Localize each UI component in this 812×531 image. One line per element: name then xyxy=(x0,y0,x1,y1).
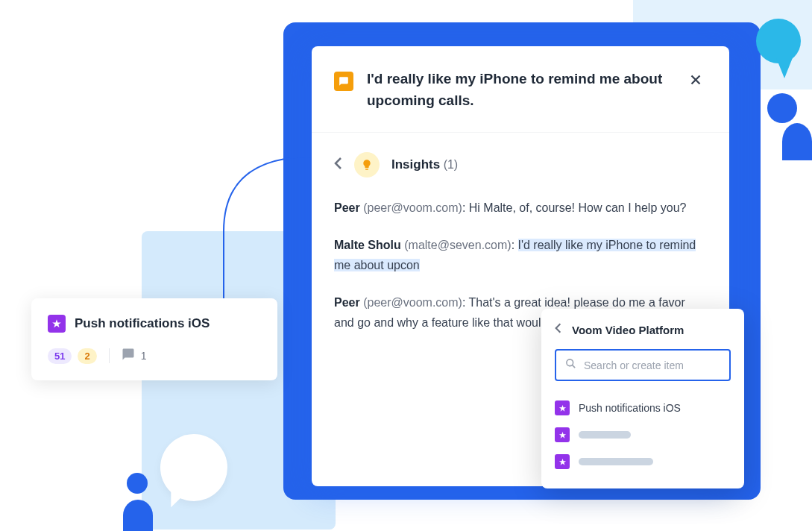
person-decoration-head-2 xyxy=(127,473,148,494)
search-box[interactable] xyxy=(555,349,731,381)
stat-badge: 51 xyxy=(48,348,72,364)
feature-card[interactable]: Push notifications iOS 51 2 1 xyxy=(31,298,277,380)
dropdown-back-button[interactable] xyxy=(555,322,561,337)
insights-label: Insights xyxy=(391,157,440,172)
lightbulb-icon xyxy=(354,152,380,177)
feature-title: Push notifications iOS xyxy=(75,316,210,331)
feature-card-header: Push notifications iOS xyxy=(48,315,261,333)
divider xyxy=(109,348,110,363)
comment-count: 1 xyxy=(141,350,147,362)
comment-icon xyxy=(122,348,135,364)
dropdown-item-label: Push notifications iOS xyxy=(579,402,681,414)
star-icon xyxy=(555,454,570,469)
insights-row: Insights (1) xyxy=(334,152,707,177)
speech-bubble-decoration xyxy=(160,434,227,501)
star-icon xyxy=(555,427,570,442)
svg-point-0 xyxy=(567,359,573,366)
star-icon xyxy=(48,315,66,333)
dropdown-title: Voom Video Platform xyxy=(572,324,684,336)
message: Malte Sholu (malte@seven.com): I'd reall… xyxy=(334,236,707,275)
dropdown-item[interactable]: Push notifications iOS xyxy=(555,395,731,421)
insight-modal: I'd really like my iPhone to remind me a… xyxy=(312,46,729,486)
message-text: Hi Malte, of, course! How can I help you… xyxy=(469,201,687,214)
message-author: Peer xyxy=(334,201,360,214)
person-decoration-body-2 xyxy=(123,500,153,531)
stat-badge: 2 xyxy=(78,348,96,364)
close-button[interactable] xyxy=(684,69,707,93)
person-decoration-head xyxy=(767,93,797,123)
dropdown-item[interactable] xyxy=(555,448,731,475)
message-email: (peer@voom.com) xyxy=(363,201,462,214)
message: Peer (peer@voom.com): Hi Malte, of, cour… xyxy=(334,198,707,218)
placeholder-line xyxy=(579,458,653,465)
person-decoration-body xyxy=(782,123,812,160)
insights-heading: Insights (1) xyxy=(391,157,458,172)
back-button[interactable] xyxy=(334,157,342,173)
message-email: (peer@voom.com) xyxy=(363,296,462,309)
star-icon xyxy=(555,400,570,415)
modal-header: I'd really like my iPhone to remind me a… xyxy=(312,46,729,133)
lightbulb-decoration xyxy=(756,19,801,63)
placeholder-line xyxy=(579,431,631,439)
modal-title: I'd really like my iPhone to remind me a… xyxy=(367,69,671,111)
insights-count: (1) xyxy=(444,158,459,171)
chat-icon xyxy=(334,72,353,91)
message-email: (malte@seven.com) xyxy=(404,239,511,251)
message-author: Peer xyxy=(334,296,360,309)
message-author: Malte Sholu xyxy=(334,239,401,251)
feature-stats: 51 2 1 xyxy=(48,348,261,364)
search-icon xyxy=(565,358,576,372)
search-input[interactable] xyxy=(584,359,720,371)
dropdown-panel: Voom Video Platform Push notifications i… xyxy=(541,309,744,488)
dropdown-header: Voom Video Platform xyxy=(555,322,731,337)
dropdown-item[interactable] xyxy=(555,421,731,448)
